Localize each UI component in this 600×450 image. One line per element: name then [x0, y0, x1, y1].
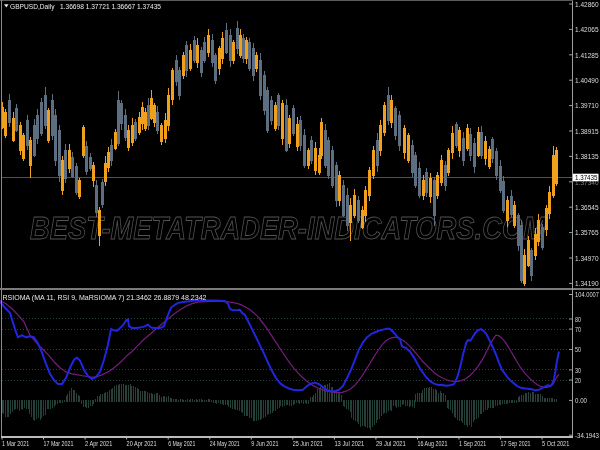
svg-text:104.0007: 104.0007: [575, 290, 599, 299]
svg-text:50: 50: [575, 345, 581, 354]
svg-text:25 Jun 2021: 25 Jun 2021: [293, 439, 323, 448]
svg-text:5 Oct 2021: 5 Oct 2021: [542, 439, 569, 448]
svg-text:2 Apr 2021: 2 Apr 2021: [85, 439, 112, 448]
svg-text:1.42065: 1.42065: [575, 25, 599, 34]
svg-text:1.37435: 1.37435: [575, 173, 598, 182]
svg-text:BEST-METATRADER-INDICATORS.COM: BEST-METATRADER-INDICATORS.COM: [30, 211, 547, 245]
svg-text:1.42860: 1.42860: [575, 0, 599, 9]
svg-text:RSIOMA (MA 11, RSI 9, MaRSIOMA: RSIOMA (MA 11, RSI 9, MaRSIOMA 7) 21.346…: [3, 293, 207, 302]
svg-text:30: 30: [575, 366, 581, 375]
svg-text:1.38135: 1.38135: [575, 152, 599, 161]
svg-text:16 Aug 2021: 16 Aug 2021: [418, 439, 448, 448]
svg-text:80: 80: [575, 315, 581, 324]
svg-text:1 Sep 2021: 1 Sep 2021: [459, 439, 486, 448]
svg-text:0.00: 0.00: [575, 396, 587, 405]
svg-text:20: 20: [575, 376, 581, 385]
svg-text:GBPUSD,Daily 1.36698 1.37721: GBPUSD,Daily 1.36698 1.37721 1.36667 1.3…: [10, 2, 162, 11]
svg-text:17 Mar 2021: 17 Mar 2021: [44, 439, 74, 448]
svg-text:1.40490: 1.40490: [575, 76, 599, 85]
svg-text:1.41285: 1.41285: [575, 51, 599, 60]
svg-text:-34.1943: -34.1943: [575, 431, 599, 440]
svg-text:1.34190: 1.34190: [575, 279, 599, 288]
svg-text:1.35765: 1.35765: [575, 228, 599, 237]
svg-text:17 Sep 2021: 17 Sep 2021: [501, 439, 531, 448]
svg-text:24 May 2021: 24 May 2021: [210, 439, 240, 448]
svg-text:1.36545: 1.36545: [575, 203, 599, 212]
svg-text:6 May 2021: 6 May 2021: [168, 439, 195, 448]
svg-text:1.38915: 1.38915: [575, 127, 599, 136]
svg-text:1 Mar 2021: 1 Mar 2021: [2, 439, 29, 448]
svg-text:9 Jun 2021: 9 Jun 2021: [251, 439, 278, 448]
svg-text:1.39710: 1.39710: [575, 101, 599, 110]
svg-text:13 Jul 2021: 13 Jul 2021: [334, 439, 364, 448]
svg-text:20 Apr 2021: 20 Apr 2021: [127, 439, 157, 448]
svg-text:29 Jul 2021: 29 Jul 2021: [376, 439, 406, 448]
svg-text:70: 70: [575, 325, 581, 334]
svg-text:1.34970: 1.34970: [575, 254, 599, 263]
